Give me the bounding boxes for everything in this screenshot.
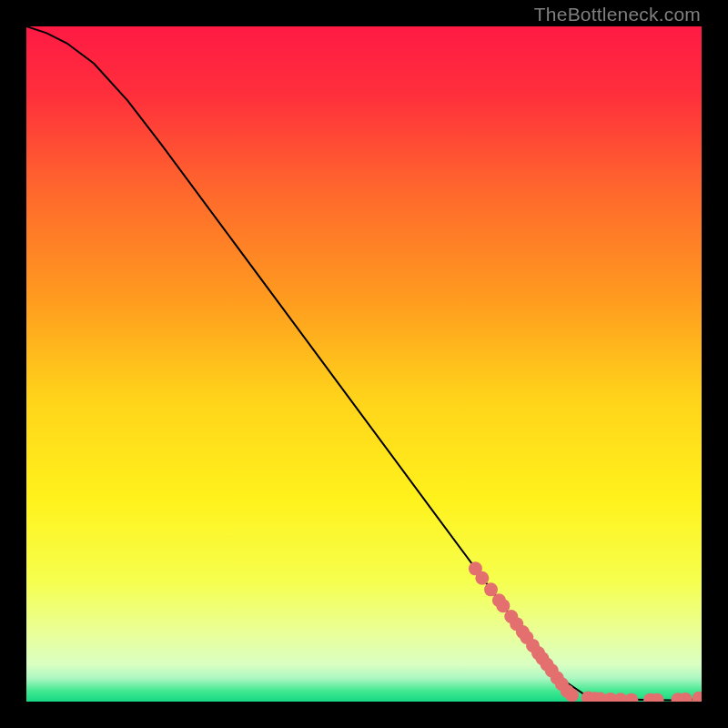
marker-point (624, 693, 638, 702)
marker-point (496, 599, 510, 612)
marker-point (484, 582, 498, 596)
chart-stage: TheBottleneck.com (0, 0, 728, 728)
marker-point (475, 571, 489, 585)
marker-point (565, 688, 579, 702)
plot-area (26, 26, 702, 702)
data-layer (26, 26, 702, 702)
curve-line (26, 26, 702, 701)
marker-point (693, 692, 702, 702)
watermark-text: TheBottleneck.com (534, 4, 701, 25)
marker-group (469, 561, 702, 702)
